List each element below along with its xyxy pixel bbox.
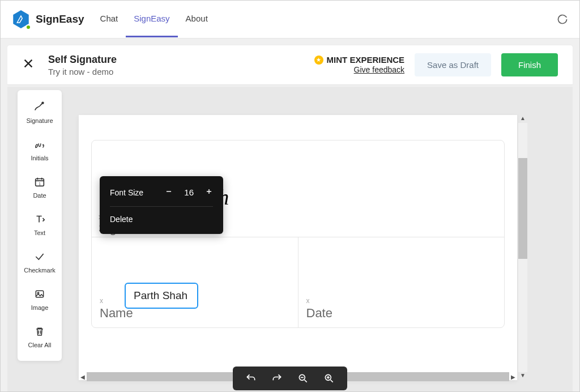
sidebar-item-clear-all[interactable]: Clear All: [18, 319, 62, 356]
checkmark-icon: [33, 250, 46, 263]
document-title-block: Self Signature Try it now - demo: [48, 54, 117, 76]
trash-icon: [34, 325, 45, 338]
document-title: Self Signature: [48, 54, 117, 66]
sidebar-item-initials[interactable]: Initials: [18, 132, 62, 169]
initials-icon: [33, 138, 46, 151]
mint-label: MINT EXPERIENCE: [327, 55, 405, 65]
vertical-scrollbar[interactable]: ▲ ▼: [518, 115, 527, 380]
sidebar-item-text[interactable]: Text: [18, 207, 62, 244]
sidebar-item-date[interactable]: 1 Date: [18, 169, 62, 207]
sidebar-item-checkmark[interactable]: Checkmark: [18, 244, 62, 282]
document-subtitle: Try it now - demo: [48, 67, 117, 76]
calendar-icon: 1: [33, 175, 46, 189]
text-context-menu: Font Size 16: [100, 176, 223, 234]
date-field: x Date: [298, 237, 505, 327]
form-container: parth x Signature Parth Shah Font Size: [91, 140, 505, 328]
scroll-down-icon[interactable]: ▼: [518, 372, 527, 380]
refresh-icon[interactable]: [557, 14, 568, 25]
brand-name: SignEasy: [36, 13, 84, 25]
scroll-right-icon[interactable]: ▶: [509, 372, 517, 381]
mint-experience: ★ MINT EXPERIENCE Give feedback: [314, 55, 405, 75]
image-icon: [33, 287, 46, 301]
svg-rect-3: [36, 291, 43, 297]
editor-area: Signature Initials 1 Date Text Checkmark: [7, 87, 573, 391]
zoom-in-button[interactable]: [323, 372, 335, 385]
save-draft-button[interactable]: Save as Draft: [415, 53, 491, 76]
sidebar-item-label: Signature: [26, 117, 53, 124]
font-size-decrease-button[interactable]: [165, 186, 173, 198]
document-canvas[interactable]: parth x Signature Parth Shah Font Size: [79, 115, 517, 380]
signature-icon: [33, 100, 46, 114]
sidebar-item-label: Image: [31, 304, 49, 311]
svg-point-0: [42, 102, 44, 104]
vertical-scroll-thumb[interactable]: [518, 158, 527, 259]
zoom-toolbar: [233, 367, 347, 390]
name-text-input[interactable]: Parth Shah: [125, 283, 198, 309]
document-header: Self Signature Try it now - demo ★ MINT …: [7, 45, 573, 85]
font-size-increase-button[interactable]: [205, 186, 213, 198]
undo-button[interactable]: [245, 372, 257, 385]
tab-chat[interactable]: Chat: [92, 1, 126, 37]
status-online-icon: [25, 24, 31, 30]
finish-button[interactable]: Finish: [501, 53, 558, 76]
sidebar-item-label: Initials: [31, 155, 48, 161]
sidebar-item-signature[interactable]: Signature: [18, 95, 62, 132]
zoom-out-button[interactable]: [297, 372, 309, 385]
brand: SignEasy: [12, 10, 92, 28]
tab-about[interactable]: About: [178, 1, 216, 37]
date-x-marker: x: [306, 297, 497, 305]
text-icon: [33, 212, 46, 226]
name-field: Parth Shah Font Size 16: [92, 237, 298, 327]
sidebar-item-label: Text: [34, 229, 45, 236]
give-feedback-link[interactable]: Give feedback: [354, 65, 405, 74]
scroll-left-icon[interactable]: ◀: [79, 372, 87, 381]
date-field-label: Date: [306, 306, 497, 321]
scroll-up-icon[interactable]: ▲: [518, 115, 527, 123]
tools-sidebar: Signature Initials 1 Date Text Checkmark: [18, 90, 62, 361]
sidebar-item-image[interactable]: Image: [18, 282, 62, 319]
close-icon[interactable]: [22, 57, 35, 73]
font-size-label: Font Size: [110, 188, 143, 197]
star-icon: ★: [314, 56, 323, 65]
app-header: SignEasy Chat SignEasy About: [1, 1, 579, 39]
delete-button[interactable]: Delete: [110, 215, 133, 224]
sidebar-item-label: Checkmark: [24, 267, 56, 274]
nav-tabs: Chat SignEasy About: [92, 1, 216, 37]
font-size-value: 16: [184, 188, 194, 197]
tab-signeasy[interactable]: SignEasy: [126, 1, 177, 37]
sidebar-item-label: Date: [33, 192, 46, 199]
redo-button[interactable]: [271, 372, 283, 385]
svg-text:1: 1: [39, 182, 41, 186]
sidebar-item-label: Clear All: [28, 342, 52, 348]
